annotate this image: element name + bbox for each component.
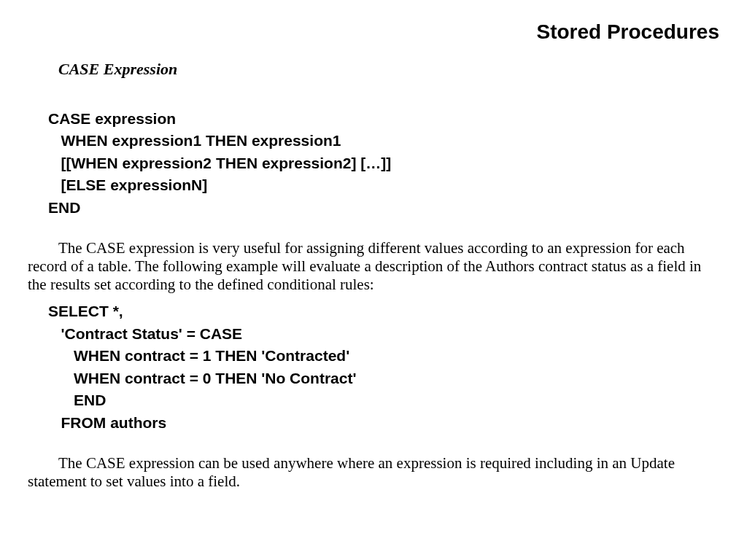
body-paragraph: The CASE expression can be used anywhere… — [28, 454, 719, 491]
example-line: SELECT *, — [48, 303, 123, 319]
section-heading: CASE Expression — [58, 60, 719, 79]
page-title: Stored Procedures — [28, 20, 719, 44]
example-line: WHEN contract = 1 THEN 'Contracted' — [48, 347, 349, 364]
example-block: SELECT *, 'Contract Status' = CASE WHEN … — [48, 300, 719, 434]
syntax-line: [ELSE expressionN] — [48, 176, 207, 193]
example-line: END — [48, 392, 106, 408]
example-line: 'Contract Status' = CASE — [48, 325, 242, 342]
document-page: Stored Procedures CASE Expression CASE e… — [0, 0, 747, 513]
syntax-line: [[WHEN expression2 THEN expression2] […]… — [48, 155, 391, 171]
body-paragraph: The CASE expression is very useful for a… — [28, 239, 719, 293]
syntax-line: CASE expression — [48, 110, 176, 127]
syntax-line: WHEN expression1 THEN expression1 — [48, 132, 341, 149]
syntax-line: END — [48, 199, 80, 216]
syntax-block: CASE expression WHEN expression1 THEN ex… — [48, 108, 719, 219]
example-line: WHEN contract = 0 THEN 'No Contract' — [48, 370, 356, 386]
example-line: FROM authors — [48, 414, 166, 431]
